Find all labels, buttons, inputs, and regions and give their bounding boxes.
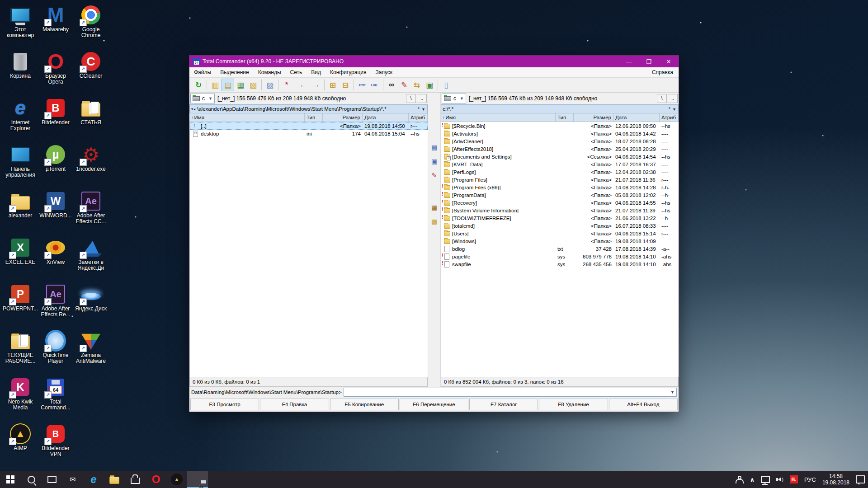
table-row[interactable]: ![TOOLWIZTIMEFREEZE]<Папка>21.06.2018 13… <box>441 214 679 222</box>
desktop-icon[interactable]: ↗Заметки в Яндекс.Ди <box>73 235 108 281</box>
desktop-icon[interactable]: C↗CCleaner <box>73 48 108 95</box>
sync-dirs-icon[interactable]: ⇆ <box>410 79 423 91</box>
branch-view-icon[interactable]: ▨ <box>264 79 276 91</box>
pack-files-icon[interactable]: ⊞ <box>326 79 339 91</box>
full-view-icon[interactable]: ▤ <box>222 79 234 91</box>
right-header-attr[interactable]: Атриб <box>660 113 679 122</box>
fkey-button-6[interactable]: F8 Удаление <box>539 399 608 410</box>
desktop-icon[interactable]: M↗Malwareby <box>38 2 73 48</box>
right-favorites-button[interactable]: * <box>667 107 672 112</box>
left-history-button[interactable]: ▾ <box>421 107 426 112</box>
maximize-button[interactable]: ❐ <box>639 56 659 67</box>
ftp-url-icon[interactable]: URL <box>368 79 381 91</box>
table-row[interactable]: [Users]<Папка>04.06.2018 15:14r--- <box>441 230 679 237</box>
search-button[interactable] <box>21 471 42 488</box>
desktop-icon[interactable]: W↗WINWORD... <box>38 188 73 235</box>
table-row[interactable]: ⚙desktopini17404.06.2018 15:04--hs <box>190 130 428 137</box>
history-back-icon[interactable]: ← <box>297 79 310 91</box>
file-explorer-icon[interactable] <box>104 471 125 488</box>
opera-icon[interactable]: O <box>146 471 166 488</box>
right-up-button[interactable]: .. <box>668 94 678 103</box>
table-row[interactable]: [totalcmd]<Папка>16.07.2018 08:33---- <box>441 222 679 230</box>
desktop-icon[interactable]: O↗Браузер Opera <box>38 48 73 95</box>
right-history-button[interactable]: ▾ <box>672 107 677 112</box>
aimp-icon[interactable]: ▲ <box>166 471 187 488</box>
table-row[interactable]: !pagefilesys603 979 77619.08.2018 14:10-… <box>441 253 679 260</box>
desktop-icon[interactable]: Этот компьютер <box>3 2 38 48</box>
desktop-icon[interactable]: eInternet Explorer <box>3 95 38 141</box>
left-header-attr[interactable]: Атриб <box>409 113 428 122</box>
table-row[interactable]: ![System Volume Information]<Папка>21.07… <box>441 206 679 214</box>
menu-item-3[interactable]: Команды <box>254 69 286 75</box>
edit-file-icon[interactable]: ✎ <box>429 170 439 180</box>
command-input[interactable]: ▼ <box>344 388 677 397</box>
left-up-button[interactable]: .. <box>417 94 427 103</box>
desktop-icon[interactable]: Ae↗Adobe After Effects Re... <box>38 281 73 328</box>
menu-item-6[interactable]: Конфигурация <box>326 69 371 75</box>
table-row[interactable]: [AfterEffects2018]<Папка>25.04.2018 20:2… <box>441 145 679 153</box>
table-row[interactable]: [Activators]<Папка>04.06.2018 14:42---- <box>441 130 679 137</box>
table-row[interactable]: ![ProgramData]<Папка>05.08.2018 12:02--h… <box>441 191 679 199</box>
left-header-size[interactable]: Размер <box>323 113 363 122</box>
desktop-icon[interactable]: ТЕКУЩИЕ РАБОЧИЕ... <box>3 328 38 374</box>
desktop-icon[interactable]: B↗Bitdefender VPN <box>38 421 73 467</box>
desktop-icon[interactable]: ↗Google Chrome <box>73 2 108 48</box>
notepad-icon[interactable]: ▯ <box>440 79 453 91</box>
table-row[interactable]: ↑[..]<Папка>19.08.2018 14:50r--- <box>190 122 428 130</box>
fkey-button-1[interactable]: F3 Просмотр <box>190 399 259 410</box>
start-button[interactable] <box>0 471 21 488</box>
left-root-button[interactable]: \ <box>406 94 416 103</box>
new-folder-icon[interactable]: ▩ <box>429 216 439 226</box>
table-row[interactable]: bdlogtxt37 42817.08.2018 14:39-a-- <box>441 245 679 253</box>
right-header-name[interactable]: ↑Имя <box>441 113 556 122</box>
menu-item-4[interactable]: Сеть <box>286 69 307 75</box>
table-row[interactable]: [AdwCleaner]<Папка>18.07.2018 08:28---- <box>441 137 679 145</box>
total-commander-icon[interactable] <box>187 471 208 488</box>
desktop-icon[interactable]: ↗alexander <box>3 188 38 235</box>
quick-view-icon[interactable]: ▤ <box>429 142 439 152</box>
copy-to-clipboard-icon[interactable]: ▣ <box>429 156 439 166</box>
people-icon[interactable] <box>732 471 747 488</box>
chevron-down-icon[interactable]: ▼ <box>670 390 676 394</box>
desktop-icon[interactable]: X↗EXCEL.EXE <box>3 235 38 281</box>
unpack-files-icon[interactable]: ⊟ <box>339 79 352 91</box>
right-root-button[interactable]: \ <box>657 94 667 103</box>
desktop-icon[interactable]: µ↗µTorrent <box>38 141 73 188</box>
table-row[interactable]: ![Program Files (x86)]<Папка>14.08.2018 … <box>441 183 679 191</box>
desktop-icon[interactable]: ⚙↗1ncoder.exe <box>73 141 108 188</box>
close-button[interactable]: ✕ <box>659 56 679 67</box>
table-row[interactable]: [PerfLogs]<Папка>12.04.2018 02:38---- <box>441 168 679 176</box>
desktop-icon[interactable]: ▲↗AIMP <box>3 421 38 467</box>
store-icon[interactable] <box>125 471 146 488</box>
left-favorites-button[interactable]: * <box>416 107 421 112</box>
refresh-icon[interactable]: ↻ <box>192 79 205 91</box>
right-header-date[interactable]: Дата <box>613 113 660 122</box>
desktop-icon[interactable]: K↗Nero Kwik Media <box>3 374 38 421</box>
left-path-bar[interactable]: ▾◂ \alexander\AppData\Roaming\Microsoft\… <box>189 104 428 113</box>
left-header-date[interactable]: Дата <box>363 113 409 122</box>
table-row[interactable]: ![$Recycle.Bin]<Папка>12.06.2018 09:50--… <box>441 122 679 130</box>
thumbnails-view-icon[interactable]: ▦ <box>234 79 247 91</box>
volume-icon[interactable]: ) <box>773 471 787 488</box>
multi-rename-icon[interactable]: ✎ <box>398 79 410 91</box>
edge-icon[interactable]: e <box>83 471 104 488</box>
minimize-button[interactable]: — <box>619 56 639 67</box>
desktop-icon[interactable]: B↗Bitdefender <box>38 95 73 141</box>
titlebar[interactable]: Total Commander (x64) 9.20 - НЕ ЗАРЕГИСТ… <box>189 56 679 67</box>
pack-icon[interactable]: ▦ <box>429 202 439 212</box>
fkey-button-2[interactable]: F4 Правка <box>260 399 329 410</box>
mail-icon[interactable]: ✉ <box>62 471 83 488</box>
desktop-icon[interactable]: ↗Total Command... <box>38 374 73 421</box>
menu-help[interactable]: Справка <box>646 69 679 75</box>
desktop-icon[interactable]: Ae↗Adobe After Effects CC... <box>73 188 108 235</box>
bitdefender-tray-icon[interactable]: B. <box>787 471 801 488</box>
desktop-icon[interactable]: Панель управления <box>3 141 38 188</box>
tray-overflow-chevron-icon[interactable]: ∧ <box>747 471 758 488</box>
ftp-connect-icon[interactable]: FTP <box>356 79 368 91</box>
history-forward-icon[interactable]: → <box>310 79 322 91</box>
table-row[interactable]: [Program Files]<Папка>21.07.2018 11:36r-… <box>441 176 679 183</box>
right-header-type[interactable]: Тип <box>556 113 574 122</box>
right-header-size[interactable]: Размер <box>574 113 613 122</box>
compare-contents-icon[interactable]: ▣ <box>423 79 436 91</box>
desktop-icon[interactable]: ↗QuickTime Player <box>38 328 73 374</box>
